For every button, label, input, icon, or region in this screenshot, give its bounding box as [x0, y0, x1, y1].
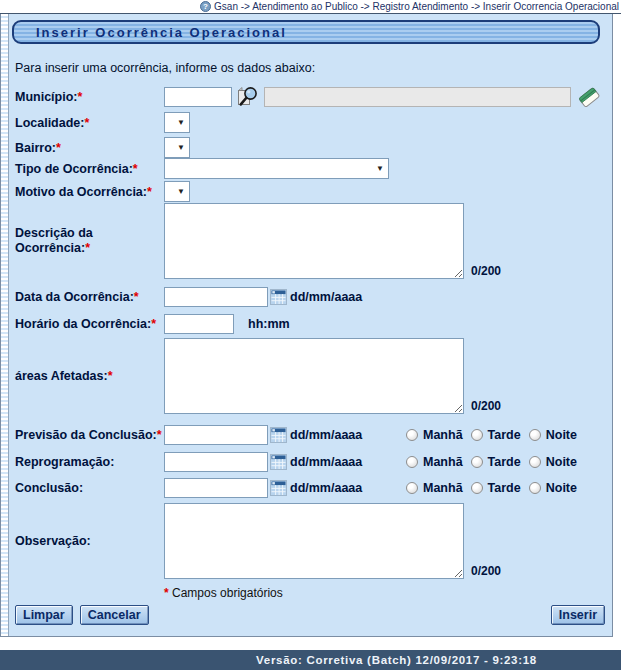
previsao-format-hint: dd/mm/aaaa [290, 428, 362, 442]
bairro-row: Bairro:* ▼ [15, 137, 602, 158]
tipo-ocorrencia-row: Tipo de Ocorrência:* ▼ [15, 158, 602, 179]
motivo-ocorrencia-label: Motivo da Ocorrência: [15, 184, 147, 198]
reprogramacao-manha-radio[interactable]: Manhã [406, 455, 463, 469]
horario-ocorrencia-input[interactable] [164, 314, 234, 334]
required-marker: * [108, 369, 113, 383]
horario-format-hint: hh:mm [248, 317, 290, 331]
version-text: Versão: Corretiva (Batch) 12/09/2017 - 9… [256, 654, 537, 666]
descricao-textarea[interactable] [164, 203, 464, 279]
required-marker: * [133, 161, 138, 175]
conclusao-input[interactable] [164, 478, 268, 498]
data-format-hint: dd/mm/aaaa [290, 290, 362, 304]
areas-afetadas-char-counter: 0/200 [471, 399, 501, 413]
tipo-ocorrencia-label: Tipo de Ocorrência: [15, 161, 133, 175]
intro-text: Para inserir uma ocorrência, informe os … [15, 61, 315, 75]
previsao-conclusao-row: Previsão da Conclusão:* dd/mm/aaaa Manhã… [15, 424, 602, 445]
chevron-down-icon: ▼ [177, 144, 185, 152]
required-marker: * [157, 427, 162, 441]
conclusao-format-hint: dd/mm/aaaa [290, 481, 362, 495]
previsao-conclusao-input[interactable] [164, 425, 268, 445]
observacao-char-counter: 0/200 [471, 564, 501, 578]
data-ocorrencia-label: Data da Ocorrência: [15, 289, 134, 303]
reprogramacao-turno-radios: Manhã Tarde Noite [406, 455, 577, 469]
page-title-bar: Inserir Ocorrência Operacional [12, 20, 600, 44]
previsao-noite-radio[interactable]: Noite [529, 428, 577, 442]
areas-afetadas-row: áreas Afetadas:* 0/200 [15, 338, 602, 414]
descricao-row: Descrição da Ocorrência:* 0/200 [15, 203, 602, 279]
chevron-down-icon: ▼ [376, 165, 384, 173]
reprogramacao-format-hint: dd/mm/aaaa [290, 455, 362, 469]
inserir-button[interactable]: Inserir [551, 605, 605, 625]
municipio-label: Município: [15, 89, 78, 103]
required-marker: * [147, 184, 152, 198]
areas-afetadas-label: áreas Afetadas: [15, 369, 108, 383]
descricao-char-counter: 0/200 [471, 264, 501, 278]
reprogramacao-noite-radio[interactable]: Noite [529, 455, 577, 469]
chevron-down-icon: ▼ [177, 188, 185, 196]
previsao-conclusao-label: Previsão da Conclusão: [15, 427, 157, 441]
motivo-ocorrencia-select[interactable]: ▼ [164, 181, 190, 202]
previsao-tarde-radio[interactable]: Tarde [471, 428, 521, 442]
bairro-select[interactable]: ▼ [164, 137, 190, 158]
action-buttons-row: Limpar Cancelar Inserir [15, 604, 605, 625]
help-icon[interactable]: ? [200, 1, 211, 12]
eraser-icon[interactable] [577, 84, 602, 110]
conclusao-turno-radios: Manhã Tarde Noite [406, 481, 577, 495]
reprogramacao-label: Reprogramação: [15, 454, 114, 468]
previsao-manha-radio[interactable]: Manhã [406, 428, 463, 442]
calendar-icon[interactable] [270, 454, 287, 470]
gsan-inserir-ocorrencia-page: { "breadcrumb": { "path": "Gsan -> Atend… [0, 0, 621, 671]
conclusao-manha-radio[interactable]: Manhã [406, 481, 463, 495]
required-marker: * [56, 140, 61, 154]
limpar-button[interactable]: Limpar [15, 605, 73, 625]
svg-text:?: ? [203, 2, 208, 11]
required-marker: * [85, 241, 90, 255]
tipo-ocorrencia-select[interactable]: ▼ [164, 158, 389, 179]
horario-ocorrencia-label: Horário da Ocorrência: [15, 316, 151, 330]
observacao-textarea[interactable] [164, 503, 464, 579]
motivo-ocorrencia-row: Motivo da Ocorrência:* ▼ [15, 181, 602, 202]
conclusao-label: Conclusão: [15, 480, 83, 494]
required-marker: * [84, 115, 89, 129]
data-ocorrencia-row: Data da Ocorrência:* dd/mm/aaaa [15, 286, 602, 307]
calendar-icon[interactable] [270, 289, 287, 305]
page-title: Inserir Ocorrência Operacional [36, 25, 287, 40]
areas-afetadas-textarea[interactable] [164, 338, 464, 414]
descricao-label: Descrição da Ocorrência: [15, 226, 93, 255]
observacao-row: Observação: 0/200 [15, 503, 602, 579]
conclusao-noite-radio[interactable]: Noite [529, 481, 577, 495]
previsao-turno-radios: Manhã Tarde Noite [406, 428, 577, 442]
required-marker: * [78, 89, 83, 103]
reprogramacao-input[interactable] [164, 452, 268, 472]
cancelar-button[interactable]: Cancelar [80, 605, 149, 625]
required-marker: * [134, 289, 139, 303]
reprogramacao-tarde-radio[interactable]: Tarde [471, 455, 521, 469]
content-panel: Inserir Ocorrência Operacional Para inse… [0, 14, 613, 637]
data-ocorrencia-input[interactable] [164, 287, 268, 307]
breadcrumb-path: Gsan -> Atendimento ao Publico -> Regist… [214, 1, 619, 12]
horario-ocorrencia-row: Horário da Ocorrência:* hh:mm [15, 313, 602, 334]
reprogramacao-row: Reprogramação: dd/mm/aaaa Manhã Tarde No… [15, 451, 602, 472]
municipio-row: Município:* [15, 83, 602, 110]
chevron-down-icon: ▼ [177, 119, 185, 127]
required-marker: * [151, 316, 156, 330]
localidade-label: Localidade: [15, 115, 84, 129]
version-footer-bar: Versão: Corretiva (Batch) 12/09/2017 - 9… [0, 650, 621, 670]
search-icon[interactable] [236, 85, 259, 108]
localidade-select[interactable]: ▼ [164, 112, 190, 133]
municipio-name-display [264, 87, 571, 107]
observacao-label: Observação: [15, 534, 91, 548]
conclusao-row: Conclusão: dd/mm/aaaa Manhã Tarde Noite [15, 477, 602, 498]
conclusao-tarde-radio[interactable]: Tarde [471, 481, 521, 495]
calendar-icon[interactable] [270, 427, 287, 443]
municipio-input[interactable] [164, 87, 232, 107]
left-edge-decoration [1, 14, 9, 636]
required-note-text: Campos obrigatórios [172, 586, 283, 600]
required-note-marker: * [164, 586, 169, 600]
localidade-row: Localidade:* ▼ [15, 112, 602, 133]
calendar-icon[interactable] [270, 480, 287, 496]
required-fields-note: * Campos obrigatórios [15, 586, 602, 600]
bairro-label: Bairro: [15, 140, 56, 154]
breadcrumb: ? Gsan -> Atendimento ao Publico -> Regi… [0, 0, 621, 14]
